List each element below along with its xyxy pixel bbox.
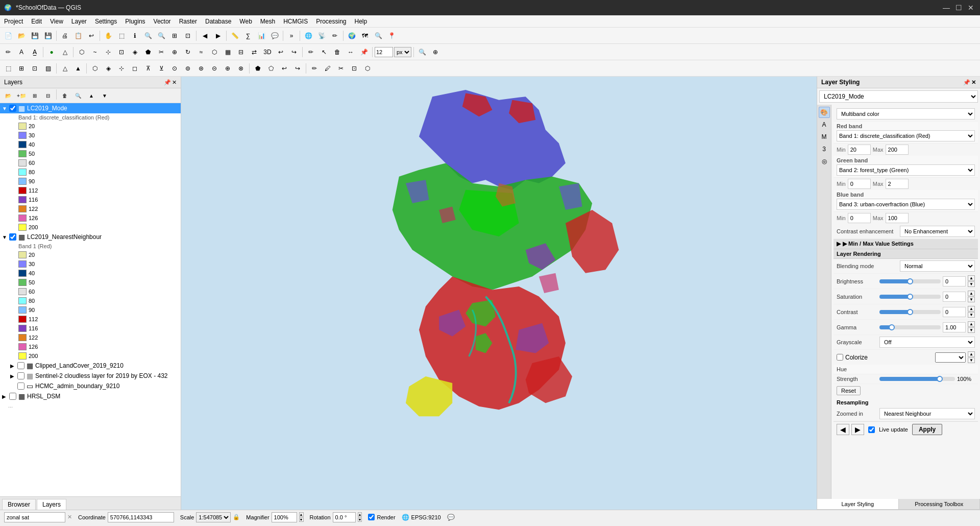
tb-more[interactable]: » <box>285 30 298 42</box>
colorize-down[interactable]: ▼ <box>968 357 975 363</box>
tb-identify[interactable]: ℹ <box>129 30 141 42</box>
tb-map2[interactable]: 🗺 <box>359 30 371 42</box>
tb-select[interactable]: ⬚ <box>115 30 128 42</box>
menu-hcmgis[interactable]: HCMGIS <box>279 15 312 27</box>
tb-new[interactable]: 📄 <box>2 30 14 42</box>
tb-zoom-in[interactable]: 🔍 <box>142 30 154 42</box>
tb2-pencil[interactable]: ✏ <box>305 46 317 58</box>
tb3-24[interactable]: 🖊 <box>322 62 334 75</box>
blue-max-input[interactable]: 100 <box>886 213 909 223</box>
tb-measure2[interactable]: ∑ <box>242 30 254 42</box>
tb2-reshape[interactable]: ⬡ <box>208 46 220 58</box>
render-checkbox[interactable] <box>368 514 375 520</box>
tb-zoom-select[interactable]: ⊡ <box>182 30 194 42</box>
contrast-up[interactable]: ▲ <box>968 306 975 312</box>
apply-button[interactable]: Apply <box>912 424 942 435</box>
magnifier-up[interactable]: ▲ <box>299 512 304 517</box>
tb3-16[interactable]: ⊝ <box>208 62 220 75</box>
tb2-geom[interactable]: ◈ <box>129 46 141 58</box>
tb3-7[interactable]: ⬡ <box>89 62 101 75</box>
tb2-zoom-search[interactable]: 🔍 <box>416 46 428 58</box>
tb2-redo[interactable]: ↪ <box>288 46 300 58</box>
lyr-collapse-all[interactable]: ⊟ <box>42 89 54 102</box>
menu-mesh[interactable]: Mesh <box>256 15 279 27</box>
tb-print[interactable]: 🖨 <box>59 30 71 42</box>
tb-pan[interactable]: ✋ <box>102 30 114 42</box>
layer-item-clipped[interactable]: ▶ ▦ Clipped_LandCover_2019_9210 <box>0 361 181 371</box>
gamma-thumb[interactable] <box>889 324 895 330</box>
brightness-down[interactable]: ▼ <box>968 281 975 287</box>
brightness-up[interactable]: ▲ <box>968 275 975 281</box>
tb-globe[interactable]: 🌍 <box>346 30 358 42</box>
contrast-enhance-dropdown[interactable]: No Enhancement <box>900 226 975 237</box>
brightness-value[interactable]: 0 <box>943 276 966 286</box>
menu-vector[interactable]: Vector <box>150 15 175 27</box>
blue-min-input[interactable]: 0 <box>848 213 871 223</box>
reset-button[interactable]: Reset <box>837 386 861 395</box>
expand-lc2019-mode[interactable]: ▼ <box>2 106 8 111</box>
close-btn[interactable]: ✕ <box>966 3 976 13</box>
live-update-checkbox[interactable] <box>868 426 875 433</box>
tb2-node[interactable]: ⬡ <box>76 46 88 58</box>
tb2-rotate[interactable]: ↻ <box>182 46 194 58</box>
tb-zoom-full[interactable]: ⊞ <box>168 30 181 42</box>
saturation-slider[interactable] <box>879 295 941 299</box>
tab-layer-styling[interactable]: Layer Styling <box>817 499 899 509</box>
tb3-12[interactable]: ⊻ <box>155 62 167 75</box>
tb3-21[interactable]: ↩ <box>278 62 290 75</box>
green-max-input[interactable]: 2 <box>886 179 909 189</box>
contrast-thumb[interactable] <box>907 309 913 315</box>
strength-slider[interactable] <box>879 377 955 381</box>
tb2-adv[interactable]: ⬟ <box>142 46 154 58</box>
red-band-dropdown[interactable]: Band 1: discrete_classification (Red) <box>837 130 975 141</box>
lyr-up[interactable]: ▲ <box>85 89 97 102</box>
contrast-slider[interactable] <box>879 310 941 314</box>
tb-stats[interactable]: 📊 <box>255 30 267 42</box>
styling-layer-dropdown[interactable]: LC2019_Mode <box>819 90 978 103</box>
menu-database[interactable]: Database <box>201 15 235 27</box>
scale-lock-icon[interactable]: 🔒 <box>233 514 240 520</box>
styling-pin-icon[interactable]: 📌 <box>963 79 970 86</box>
tb3-6[interactable]: ▲ <box>72 62 84 75</box>
tb2-cursor[interactable]: ↖ <box>318 46 330 58</box>
minmax-section-header[interactable]: ▶ ▶ Min / Max Value Settings <box>834 239 978 249</box>
tb3-20[interactable]: ⬠ <box>265 62 277 75</box>
colorize-checkbox[interactable] <box>837 354 843 361</box>
epsg-icon[interactable]: 🌐 <box>402 514 409 521</box>
green-min-input[interactable]: 0 <box>848 179 871 189</box>
rotation-input[interactable] <box>333 512 356 522</box>
tb-zoom-prev[interactable]: ◀ <box>199 30 211 42</box>
tb2-undo[interactable]: ↩ <box>275 46 287 58</box>
lyr-filter[interactable]: 🔍 <box>72 89 84 102</box>
zoomed-in-dropdown[interactable]: Nearest Neighbour <box>879 408 975 419</box>
zonal-search-input[interactable] <box>4 512 65 522</box>
layers-close-icon[interactable]: ✕ <box>172 79 177 86</box>
tb-tooltip[interactable]: 💬 <box>268 30 281 42</box>
layer-check-sentinel[interactable] <box>17 372 24 379</box>
tab-layers[interactable]: Layers <box>37 499 66 510</box>
rotation-up[interactable]: ▲ <box>358 512 362 517</box>
tb3-10[interactable]: ◻ <box>129 62 141 75</box>
menu-layer[interactable]: Layer <box>67 15 91 27</box>
brightness-slider[interactable] <box>879 279 941 283</box>
tb2-offset[interactable]: ⊟ <box>235 46 247 58</box>
tb2-pin[interactable]: 📌 <box>358 46 370 58</box>
contrast-value[interactable]: 0 <box>943 307 966 317</box>
menu-raster[interactable]: Raster <box>175 15 201 27</box>
layer-check-lc2019-mode[interactable] <box>9 105 16 112</box>
magnifier-input[interactable] <box>272 512 297 522</box>
tb-measure[interactable]: 📏 <box>229 30 241 42</box>
tb2-split[interactable]: ✂ <box>155 46 167 58</box>
brightness-thumb[interactable] <box>907 278 913 284</box>
green-band-dropdown[interactable]: Band 2: forest_type (Green) <box>837 164 975 176</box>
tb-zoom-next[interactable]: ▶ <box>212 30 224 42</box>
colorize-dropdown[interactable] <box>935 352 966 363</box>
menu-view[interactable]: View <box>46 15 67 27</box>
layers-pin-icon[interactable]: 📌 <box>164 79 171 86</box>
lyr-add-group[interactable]: +📁 <box>15 89 28 102</box>
tb3-22[interactable]: ↪ <box>291 62 304 75</box>
rp-mask-icon[interactable]: M <box>819 131 830 142</box>
maximize-btn[interactable]: ☐ <box>953 3 964 13</box>
tb-zoom-out[interactable]: 🔍 <box>155 30 167 42</box>
tb3-11[interactable]: ⊼ <box>142 62 154 75</box>
